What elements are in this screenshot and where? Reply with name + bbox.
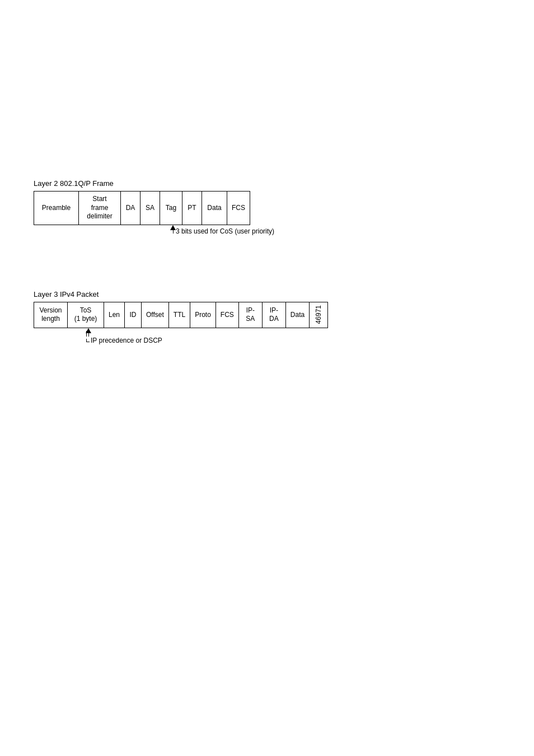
layer2-annotation-area: 3 bits used for CoS (user priority) xyxy=(34,225,500,245)
layer2-cell-preamble: Preamble xyxy=(34,192,79,225)
layer2-cell-da: DA xyxy=(121,192,140,225)
layer3-cell-offset: Offset xyxy=(142,302,169,328)
layer3-cell-proto: Proto xyxy=(190,302,216,328)
layer3-bracket-corner xyxy=(86,339,90,342)
page-container: Layer 2 802.1Q/P Frame Preamble Start fr… xyxy=(0,0,534,756)
layer3-cell-len: Len xyxy=(104,302,125,328)
layer3-cell-id: ID xyxy=(125,302,142,328)
layer3-cell-tos: ToS(1 byte) xyxy=(68,302,104,328)
layer2-cell-tag: Tag xyxy=(160,192,182,225)
layer3-bracket-line: IP precedence or DSCP xyxy=(86,337,162,344)
layer3-annotation-text: IP precedence or DSCP xyxy=(91,337,162,344)
layer2-annotation-text: 3 bits used for CoS (user priority) xyxy=(176,227,274,235)
layer3-row: Versionlength ToS(1 byte) Len ID Offset … xyxy=(34,302,328,328)
layer3-bracket-vert xyxy=(86,331,87,337)
layer2-cell-fcs: FCS xyxy=(227,192,250,225)
layer2-cell-sfd: Start framedelimiter xyxy=(79,192,121,225)
layer3-cell-version: Versionlength xyxy=(34,302,68,328)
layer2-row: Preamble Start framedelimiter DA SA Tag … xyxy=(34,192,250,225)
layer3-cell-fcs: FCS xyxy=(216,302,238,328)
layer3-cell-ipda: IP-DA xyxy=(262,302,285,328)
layer2-arrow xyxy=(170,225,176,234)
layer3-cell-data: Data xyxy=(285,302,309,328)
layer3-title: Layer 3 IPv4 Packet xyxy=(34,290,500,298)
layer2-cell-data: Data xyxy=(202,192,227,225)
layer3-cell-ttl: TTL xyxy=(168,302,190,328)
layer2-cell-sa: SA xyxy=(140,192,160,225)
layer3-frame-table: Versionlength ToS(1 byte) Len ID Offset … xyxy=(34,302,328,328)
layer2-title: Layer 2 802.1Q/P Frame xyxy=(34,179,500,188)
layer2-arrow-up-icon xyxy=(170,225,176,230)
layer2-arrow-stem xyxy=(173,230,174,234)
layer3-annotation-area: IP precedence or DSCP xyxy=(34,328,500,351)
layer3-section: Layer 3 IPv4 Packet Versionlength ToS(1 … xyxy=(34,290,500,351)
layer3-cell-vert: 46971 xyxy=(310,302,328,328)
layer3-cell-ipsa: IP-SA xyxy=(238,302,262,328)
layer2-section: Layer 2 802.1Q/P Frame Preamble Start fr… xyxy=(34,179,500,245)
layer2-cell-pt: PT xyxy=(182,192,202,225)
layer2-frame-table: Preamble Start framedelimiter DA SA Tag … xyxy=(34,191,250,225)
